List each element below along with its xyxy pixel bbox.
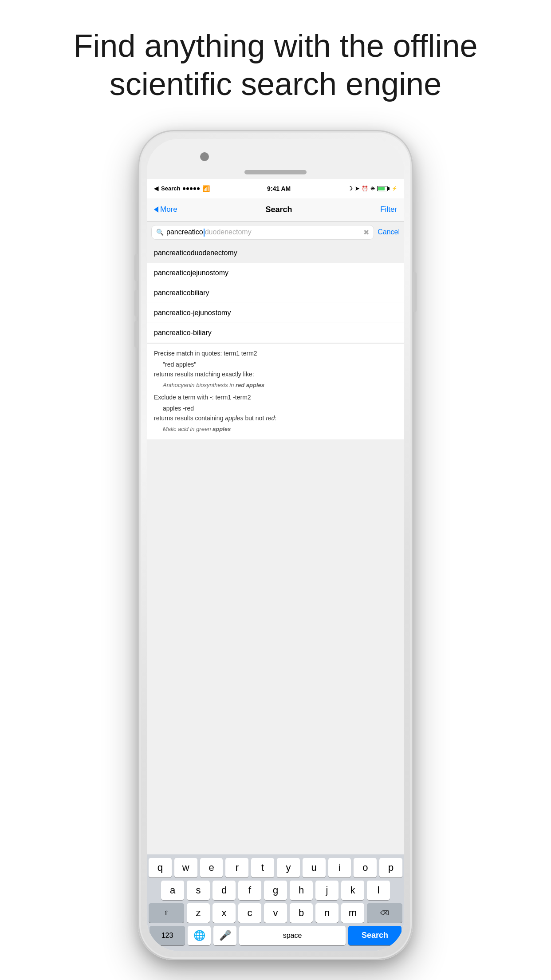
battery-body: [377, 186, 388, 191]
bluetooth-icon: ✳: [370, 186, 375, 192]
autocomplete-item[interactable]: pancreatico-biliary: [147, 323, 404, 343]
search-autocomplete: duodenectomy: [205, 228, 252, 236]
autocomplete-item[interactable]: pancreaticoduodenectomy: [147, 243, 404, 263]
autocomplete-dropdown: pancreaticoduodenectomy pancreaticojejun…: [147, 243, 404, 344]
filter-button[interactable]: Filter: [380, 205, 397, 214]
phone-wrapper: ◀ Search 📶 9:41 AM ☽: [0, 121, 551, 960]
autocomplete-item[interactable]: pancreaticobiliary: [147, 283, 404, 303]
search-input-wrapper[interactable]: 🔍 pancreaticoduodenectomy ✖: [151, 225, 374, 240]
content-line: returns results containing apples but no…: [154, 414, 397, 423]
status-bar: ◀ Search 📶 9:41 AM ☽: [147, 179, 404, 198]
content-indent: "red apples": [154, 361, 397, 368]
carrier-label: Search: [161, 185, 180, 192]
phone-inner: ◀ Search 📶 9:41 AM ☽: [147, 139, 404, 951]
search-typed: pancreatico: [166, 228, 203, 236]
signal-dot: [197, 187, 200, 190]
status-time: 9:41 AM: [267, 185, 291, 192]
content-indent: apples -red: [154, 405, 397, 412]
signal-dot: [186, 187, 189, 190]
charging-icon: ⚡: [392, 186, 397, 191]
content-line: Precise match in quotes: term1 term2: [154, 349, 397, 358]
phone-screen: ◀ Search 📶 9:41 AM ☽: [147, 179, 404, 439]
search-bar-container: 🔍 pancreaticoduodenectomy ✖ Cancel: [147, 221, 404, 243]
search-clear-button[interactable]: ✖: [363, 228, 369, 237]
search-cancel-button[interactable]: Cancel: [378, 228, 400, 236]
content-line: returns results matching exactly like:: [154, 370, 397, 379]
back-button[interactable]: More: [154, 205, 177, 214]
back-arrow-icon: ◀: [154, 185, 158, 192]
back-label: More: [160, 205, 177, 214]
nav-title: Search: [265, 205, 292, 214]
location-icon: ➤: [355, 186, 359, 192]
content-line: Exclude a term with -: term1 -term2: [154, 393, 397, 402]
nav-bar: More Search Filter: [147, 198, 404, 221]
chevron-left-icon: [154, 206, 158, 213]
status-left: ◀ Search 📶: [154, 185, 210, 192]
content-example: Malic acid in green apples: [154, 426, 397, 432]
battery-icon: [377, 186, 390, 191]
search-cursor: [204, 229, 205, 237]
wifi-icon: 📶: [202, 185, 210, 192]
moon-icon: ☽: [348, 186, 353, 192]
autocomplete-item[interactable]: pancreatico-jejunostomy: [147, 303, 404, 323]
phone-outer: ◀ Search 📶 9:41 AM ☽: [138, 130, 413, 960]
alarm-icon: ⏰: [362, 186, 368, 192]
battery-fill: [378, 187, 385, 190]
status-right: ☽ ➤ ⏰ ✳ ⚡: [348, 186, 397, 192]
search-text: pancreaticoduodenectomy: [166, 228, 361, 237]
phone-notch: [147, 139, 404, 179]
signal-dot: [190, 187, 193, 190]
page-header: Find anything with the offline scientifi…: [0, 0, 551, 121]
battery-tip: [388, 187, 390, 190]
speaker: [244, 170, 307, 174]
content-example: Anthocyanin biosynthesis in red apples: [154, 382, 397, 388]
signal-dot: [193, 187, 196, 190]
content-area: Precise match in quotes: term1 term2 "re…: [147, 344, 404, 439]
autocomplete-item[interactable]: pancreaticojejunostomy: [147, 263, 404, 283]
search-icon: 🔍: [156, 229, 164, 236]
camera: [200, 152, 209, 161]
signal-dot: [183, 187, 185, 190]
signal-bars: [183, 187, 200, 190]
